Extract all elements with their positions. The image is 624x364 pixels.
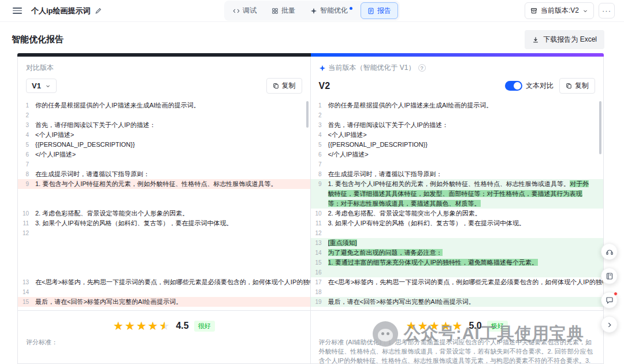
compare-version-label: 对比版本 bbox=[26, 63, 302, 73]
line-number: 11 bbox=[18, 218, 35, 228]
line-number: 4 bbox=[18, 130, 35, 140]
line-number bbox=[18, 199, 35, 209]
chat-icon bbox=[606, 296, 614, 304]
rating-block-v1: ★★★★★★★★★★ 4.5 很好 评分标准： bbox=[18, 310, 310, 363]
code-line: 17在<思考>标签内，先构思一下提示词的要点，例如哪些元素是必须要包含的，如何体… bbox=[311, 277, 604, 287]
menu-icon[interactable] bbox=[13, 8, 22, 14]
line-text bbox=[35, 110, 310, 120]
floating-buttons bbox=[601, 243, 618, 333]
criteria-text-v2: 评分标准 (AI辅助优化)：1. 思考部分需涵盖提示词应包含的个人IP描述中关键… bbox=[319, 337, 596, 363]
copy-button-v1[interactable]: 复制 bbox=[266, 78, 302, 94]
scrollbar-thumb[interactable] bbox=[599, 101, 601, 154]
more-icon: ··· bbox=[602, 6, 611, 15]
line-text: 在<思考>标签内，先构思一下提示词的要点，例如哪些元素是必须要包含的，如何体现个… bbox=[35, 277, 310, 287]
line-text bbox=[35, 258, 310, 268]
support-button[interactable] bbox=[601, 243, 618, 260]
notification-dot bbox=[614, 292, 618, 296]
line-number: 9 bbox=[311, 179, 328, 209]
version-select-value: V1 bbox=[32, 81, 41, 90]
docs-button[interactable] bbox=[601, 268, 618, 284]
version-select-v1[interactable]: V1 bbox=[26, 79, 57, 93]
star-rating: ★★★★★★★★★★ bbox=[406, 320, 464, 332]
line-number: 5 bbox=[18, 140, 35, 150]
line-text bbox=[328, 268, 604, 277]
line-text: </个人IP描述> bbox=[35, 150, 310, 159]
text-compare-label: 文本对比 bbox=[526, 81, 554, 91]
line-number: 4 bbox=[311, 130, 328, 140]
line-text: 2. 考虑色彩搭配、背景设定等能突出个人形象的因素。 bbox=[35, 209, 310, 218]
copy-button-v2[interactable]: 复制 bbox=[559, 78, 595, 94]
line-text: 最后，请在<回答>标签内写出完整的AI绘画提示词。 bbox=[328, 297, 604, 307]
line-text: 在<思考>标签内，先构思一下提示词的要点，例如哪些元素是必须要包含的，如何体现个… bbox=[328, 277, 604, 287]
tab-report[interactable]: 报告 bbox=[361, 2, 398, 19]
document-title: 个人ip绘画提示词 bbox=[31, 6, 91, 16]
code-line: 6</个人IP描述> bbox=[311, 150, 604, 159]
tab-debug[interactable]: 调试 bbox=[226, 2, 263, 19]
code-line: 1你的任务是根据提供的个人IP描述来生成AI绘画的提示词。 bbox=[18, 101, 310, 110]
page-header: 智能优化报告 下载报告为 Excel bbox=[0, 22, 624, 49]
code-line: 12 bbox=[311, 228, 604, 238]
line-text: 1. 要包含与个人IP特征相关的元素，例如外貌特征、性格特点、标志性服饰或道具等… bbox=[35, 179, 310, 189]
tab-batch-label: 批量 bbox=[281, 6, 295, 16]
code-line: 91. 要包含与个人IP特征相关的元素，例如外貌特征、性格特点、标志性服饰或道具… bbox=[311, 179, 604, 209]
more-button[interactable]: ··· bbox=[599, 3, 615, 18]
line-number: 3 bbox=[18, 120, 35, 130]
stars-fill: ★★★★★ bbox=[406, 320, 464, 332]
panel-v1-head: 对比版本 V1 复制 bbox=[18, 57, 310, 99]
code-line: 113. 如果个人IP有特定的风格（如科幻、复古等），要在提示词中体现。 bbox=[18, 218, 310, 228]
tab-report-label: 报告 bbox=[377, 6, 391, 16]
line-text bbox=[328, 287, 604, 297]
tab-smart-optimize[interactable]: 智能优化 bbox=[303, 2, 359, 19]
code-line: 18 bbox=[311, 287, 604, 297]
collapse-panel-button[interactable] bbox=[601, 316, 618, 333]
line-number: 17 bbox=[311, 277, 328, 287]
rating-block-v2: ★★★★★★★★★★ 5.0 极好 评分标准 (AI辅助优化)：1. 思考部分需… bbox=[311, 310, 604, 363]
tab-smart-optimize-label: 智能优化 bbox=[320, 6, 348, 16]
feedback-button[interactable] bbox=[601, 292, 618, 309]
tab-batch[interactable]: 智能优化 批量 bbox=[265, 2, 302, 19]
text-compare-toggle[interactable] bbox=[505, 81, 522, 91]
code-line: 113. 如果个人IP有特定的风格（如科幻、复古等），要在提示词中体现。 bbox=[311, 218, 604, 228]
code-line-spacer bbox=[18, 199, 310, 209]
stars-fill: ★★★★★ bbox=[113, 320, 165, 332]
code-line: 2 bbox=[311, 110, 604, 120]
edit-icon[interactable] bbox=[95, 8, 102, 14]
line-number: 15 bbox=[18, 297, 35, 307]
line-text bbox=[35, 248, 310, 258]
code-line: 7 bbox=[18, 159, 310, 169]
line-number bbox=[18, 189, 35, 199]
line-number: 10 bbox=[311, 209, 328, 218]
code-line: 2 bbox=[18, 110, 310, 120]
line-text bbox=[328, 228, 604, 238]
code-line: 14为了避免之前出现的问题，请务必注意： bbox=[311, 248, 604, 258]
line-text: <个人IP描述> bbox=[35, 130, 310, 140]
line-number bbox=[18, 248, 35, 258]
code-view-v2: 1你的任务是根据提供的个人IP描述来生成AI绘画的提示词。23首先，请仔细阅读以… bbox=[311, 99, 604, 310]
line-number: 7 bbox=[311, 159, 328, 169]
code-view-v1: 1你的任务是根据提供的个人IP描述来生成AI绘画的提示词。23首先，请仔细阅读以… bbox=[18, 99, 310, 310]
code-line: 102. 考虑色彩搭配、背景设定等能突出个人形象的因素。 bbox=[18, 209, 310, 218]
tab-debug-label: 调试 bbox=[243, 6, 257, 16]
line-text: 首先，请仔细阅读以下关于个人IP的描述： bbox=[35, 120, 310, 130]
code-line: 16 bbox=[311, 268, 604, 277]
panel-v2: 当前版本（智能优化于 V1） ? V2 文本对比 复制 bbox=[311, 57, 604, 363]
report-icon bbox=[367, 8, 374, 14]
report-card: 对比版本 V1 复制 1你的任务是根据提供的个人IP描述来生成AI绘画的提示词。… bbox=[17, 53, 604, 364]
line-text: 你的任务是根据提供的个人IP描述来生成AI绘画的提示词。 bbox=[35, 101, 310, 110]
help-icon[interactable]: ? bbox=[418, 64, 426, 72]
download-excel-button[interactable]: 下载报告为 Excel bbox=[525, 30, 604, 49]
line-text bbox=[328, 159, 604, 169]
line-number: 3 bbox=[311, 120, 328, 130]
scrollbar-thumb[interactable] bbox=[306, 101, 309, 128]
code-line: 4<个人IP描述> bbox=[18, 130, 310, 140]
version-title-v2: V2 bbox=[319, 81, 330, 91]
code-line: 3首先，请仔细阅读以下关于个人IP的描述： bbox=[18, 120, 310, 130]
code-line: 6</个人IP描述> bbox=[18, 150, 310, 159]
book-icon bbox=[606, 272, 614, 280]
sparkle-icon bbox=[319, 65, 326, 72]
download-excel-label: 下载报告为 Excel bbox=[543, 35, 597, 44]
code-line: 151. 要通过丰富的细节来充分体现个人IP的独特性，避免简略描述每个元素。 bbox=[311, 258, 604, 268]
current-version-button[interactable]: 当前版本:V2 bbox=[525, 2, 594, 19]
code-line-spacer bbox=[18, 189, 310, 199]
line-number: 6 bbox=[311, 150, 328, 159]
